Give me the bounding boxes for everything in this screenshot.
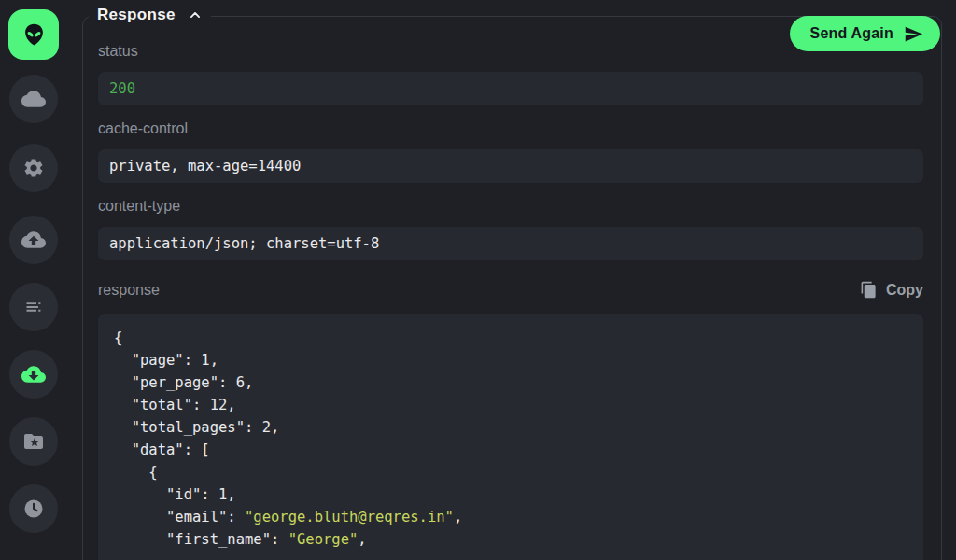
response-panel-content: status 200 cache-control private, max-ag… — [83, 17, 941, 560]
cache-control-label: cache-control — [98, 120, 923, 137]
copy-button[interactable]: Copy — [860, 281, 923, 299]
code-line: "per_page": 6, — [114, 371, 912, 394]
code-line: "id": 1, — [114, 483, 912, 506]
gear-icon — [22, 157, 45, 179]
sidebar-item-requests[interactable] — [9, 283, 58, 331]
folder-star-icon — [22, 430, 45, 453]
sidebar-item-settings[interactable] — [9, 144, 58, 192]
code-line: { — [114, 461, 912, 483]
status-label: status — [98, 43, 923, 60]
sidebar-item-history[interactable] — [9, 484, 58, 533]
sidebar-divider — [0, 203, 68, 203]
list-icon — [22, 296, 45, 318]
response-label: response — [98, 282, 160, 299]
sidebar-item-cloud[interactable] — [9, 75, 58, 123]
code-line: "data": [ — [114, 439, 912, 461]
code-line: "total_pages": 2, — [114, 416, 912, 439]
response-body[interactable]: { "page": 1, "per_page": 6, "total": 12,… — [98, 314, 923, 560]
alien-icon — [21, 21, 48, 49]
content-type-label: content-type — [98, 198, 923, 215]
code-line: "page": 1, — [114, 349, 912, 371]
sidebar-item-logo[interactable] — [8, 9, 59, 60]
sidebar-item-collections[interactable] — [9, 417, 58, 466]
clock-icon — [22, 497, 45, 520]
status-value: 200 — [98, 72, 923, 105]
sidebar-item-download[interactable] — [9, 350, 58, 399]
copy-label: Copy — [886, 282, 923, 299]
cache-control-value: private, max-age=14400 — [98, 149, 923, 183]
code-line: "total": 12, — [114, 394, 912, 416]
sidebar-item-upload[interactable] — [9, 216, 58, 264]
cloud-upload-icon — [21, 228, 46, 252]
response-toolbar: response Copy — [98, 281, 923, 299]
code-line: { — [114, 327, 912, 349]
code-line: "first_name": "George", — [114, 528, 912, 551]
cloud-download-icon — [21, 362, 46, 386]
content-type-value: application/json; charset=utf-8 — [98, 227, 923, 260]
cloud-icon — [21, 87, 46, 111]
copy-icon — [860, 281, 878, 299]
code-line: "email": "george.bluth@reqres.in", — [114, 506, 912, 528]
response-panel: Response Send Again status 200 cache-con… — [82, 16, 942, 560]
sidebar — [0, 0, 67, 560]
